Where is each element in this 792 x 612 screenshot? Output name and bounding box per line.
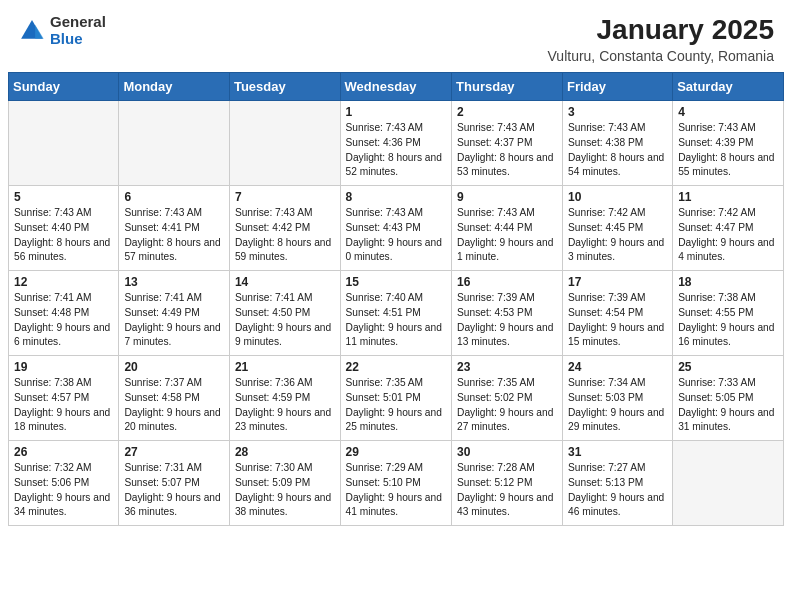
day-number: 8 (346, 190, 447, 204)
day-info: Sunrise: 7:41 AM Sunset: 4:50 PM Dayligh… (235, 291, 335, 350)
day-info: Sunrise: 7:43 AM Sunset: 4:36 PM Dayligh… (346, 121, 447, 180)
location-title: Vulturu, Constanta County, Romania (548, 48, 774, 64)
calendar-cell: 14Sunrise: 7:41 AM Sunset: 4:50 PM Dayli… (229, 271, 340, 356)
logo-general: General (50, 14, 106, 31)
calendar-cell (673, 441, 784, 526)
day-number: 19 (14, 360, 113, 374)
day-info: Sunrise: 7:43 AM Sunset: 4:37 PM Dayligh… (457, 121, 557, 180)
day-number: 4 (678, 105, 778, 119)
day-number: 21 (235, 360, 335, 374)
day-number: 20 (124, 360, 224, 374)
day-info: Sunrise: 7:36 AM Sunset: 4:59 PM Dayligh… (235, 376, 335, 435)
calendar-wrapper: SundayMondayTuesdayWednesdayThursdayFrid… (0, 72, 792, 534)
day-info: Sunrise: 7:31 AM Sunset: 5:07 PM Dayligh… (124, 461, 224, 520)
day-number: 27 (124, 445, 224, 459)
day-number: 31 (568, 445, 667, 459)
day-info: Sunrise: 7:32 AM Sunset: 5:06 PM Dayligh… (14, 461, 113, 520)
calendar-cell: 2Sunrise: 7:43 AM Sunset: 4:37 PM Daylig… (452, 101, 563, 186)
day-number: 1 (346, 105, 447, 119)
day-info: Sunrise: 7:30 AM Sunset: 5:09 PM Dayligh… (235, 461, 335, 520)
week-row-1: 1Sunrise: 7:43 AM Sunset: 4:36 PM Daylig… (9, 101, 784, 186)
weekday-header-row: SundayMondayTuesdayWednesdayThursdayFrid… (9, 73, 784, 101)
calendar-cell: 24Sunrise: 7:34 AM Sunset: 5:03 PM Dayli… (563, 356, 673, 441)
calendar-cell: 3Sunrise: 7:43 AM Sunset: 4:38 PM Daylig… (563, 101, 673, 186)
weekday-header-wednesday: Wednesday (340, 73, 452, 101)
calendar-cell: 10Sunrise: 7:42 AM Sunset: 4:45 PM Dayli… (563, 186, 673, 271)
header: General Blue January 2025 Vulturu, Const… (0, 0, 792, 72)
calendar-cell (9, 101, 119, 186)
logo-icon (18, 17, 46, 45)
day-number: 9 (457, 190, 557, 204)
day-number: 5 (14, 190, 113, 204)
calendar-cell: 17Sunrise: 7:39 AM Sunset: 4:54 PM Dayli… (563, 271, 673, 356)
calendar-cell: 8Sunrise: 7:43 AM Sunset: 4:43 PM Daylig… (340, 186, 452, 271)
weekday-header-saturday: Saturday (673, 73, 784, 101)
calendar-cell: 16Sunrise: 7:39 AM Sunset: 4:53 PM Dayli… (452, 271, 563, 356)
day-info: Sunrise: 7:42 AM Sunset: 4:45 PM Dayligh… (568, 206, 667, 265)
calendar-cell: 9Sunrise: 7:43 AM Sunset: 4:44 PM Daylig… (452, 186, 563, 271)
day-info: Sunrise: 7:39 AM Sunset: 4:53 PM Dayligh… (457, 291, 557, 350)
day-info: Sunrise: 7:40 AM Sunset: 4:51 PM Dayligh… (346, 291, 447, 350)
title-area: January 2025 Vulturu, Constanta County, … (548, 14, 774, 64)
week-row-4: 19Sunrise: 7:38 AM Sunset: 4:57 PM Dayli… (9, 356, 784, 441)
weekday-header-monday: Monday (119, 73, 230, 101)
calendar-cell: 25Sunrise: 7:33 AM Sunset: 5:05 PM Dayli… (673, 356, 784, 441)
calendar-cell: 23Sunrise: 7:35 AM Sunset: 5:02 PM Dayli… (452, 356, 563, 441)
calendar-cell: 26Sunrise: 7:32 AM Sunset: 5:06 PM Dayli… (9, 441, 119, 526)
day-info: Sunrise: 7:39 AM Sunset: 4:54 PM Dayligh… (568, 291, 667, 350)
day-info: Sunrise: 7:43 AM Sunset: 4:39 PM Dayligh… (678, 121, 778, 180)
day-number: 15 (346, 275, 447, 289)
day-info: Sunrise: 7:27 AM Sunset: 5:13 PM Dayligh… (568, 461, 667, 520)
calendar-cell: 5Sunrise: 7:43 AM Sunset: 4:40 PM Daylig… (9, 186, 119, 271)
day-number: 25 (678, 360, 778, 374)
weekday-header-friday: Friday (563, 73, 673, 101)
calendar-table: SundayMondayTuesdayWednesdayThursdayFrid… (8, 72, 784, 526)
day-info: Sunrise: 7:33 AM Sunset: 5:05 PM Dayligh… (678, 376, 778, 435)
day-info: Sunrise: 7:41 AM Sunset: 4:48 PM Dayligh… (14, 291, 113, 350)
day-number: 18 (678, 275, 778, 289)
calendar-cell: 4Sunrise: 7:43 AM Sunset: 4:39 PM Daylig… (673, 101, 784, 186)
day-info: Sunrise: 7:43 AM Sunset: 4:38 PM Dayligh… (568, 121, 667, 180)
day-number: 3 (568, 105, 667, 119)
calendar-cell: 1Sunrise: 7:43 AM Sunset: 4:36 PM Daylig… (340, 101, 452, 186)
day-info: Sunrise: 7:38 AM Sunset: 4:57 PM Dayligh… (14, 376, 113, 435)
day-number: 2 (457, 105, 557, 119)
day-number: 11 (678, 190, 778, 204)
calendar-cell: 6Sunrise: 7:43 AM Sunset: 4:41 PM Daylig… (119, 186, 230, 271)
day-number: 10 (568, 190, 667, 204)
day-number: 30 (457, 445, 557, 459)
day-info: Sunrise: 7:43 AM Sunset: 4:41 PM Dayligh… (124, 206, 224, 265)
weekday-header-thursday: Thursday (452, 73, 563, 101)
weekday-header-tuesday: Tuesday (229, 73, 340, 101)
weekday-header-sunday: Sunday (9, 73, 119, 101)
calendar-cell: 12Sunrise: 7:41 AM Sunset: 4:48 PM Dayli… (9, 271, 119, 356)
day-number: 28 (235, 445, 335, 459)
day-number: 17 (568, 275, 667, 289)
calendar-cell: 11Sunrise: 7:42 AM Sunset: 4:47 PM Dayli… (673, 186, 784, 271)
calendar-cell: 20Sunrise: 7:37 AM Sunset: 4:58 PM Dayli… (119, 356, 230, 441)
day-number: 7 (235, 190, 335, 204)
day-number: 23 (457, 360, 557, 374)
day-number: 14 (235, 275, 335, 289)
day-number: 13 (124, 275, 224, 289)
day-info: Sunrise: 7:43 AM Sunset: 4:40 PM Dayligh… (14, 206, 113, 265)
calendar-cell: 19Sunrise: 7:38 AM Sunset: 4:57 PM Dayli… (9, 356, 119, 441)
day-number: 26 (14, 445, 113, 459)
calendar-cell: 18Sunrise: 7:38 AM Sunset: 4:55 PM Dayli… (673, 271, 784, 356)
day-info: Sunrise: 7:35 AM Sunset: 5:02 PM Dayligh… (457, 376, 557, 435)
day-number: 29 (346, 445, 447, 459)
day-number: 6 (124, 190, 224, 204)
day-info: Sunrise: 7:43 AM Sunset: 4:43 PM Dayligh… (346, 206, 447, 265)
calendar-cell: 31Sunrise: 7:27 AM Sunset: 5:13 PM Dayli… (563, 441, 673, 526)
calendar-cell: 30Sunrise: 7:28 AM Sunset: 5:12 PM Dayli… (452, 441, 563, 526)
day-info: Sunrise: 7:29 AM Sunset: 5:10 PM Dayligh… (346, 461, 447, 520)
day-number: 12 (14, 275, 113, 289)
day-number: 16 (457, 275, 557, 289)
calendar-cell (229, 101, 340, 186)
day-info: Sunrise: 7:34 AM Sunset: 5:03 PM Dayligh… (568, 376, 667, 435)
week-row-5: 26Sunrise: 7:32 AM Sunset: 5:06 PM Dayli… (9, 441, 784, 526)
week-row-3: 12Sunrise: 7:41 AM Sunset: 4:48 PM Dayli… (9, 271, 784, 356)
day-info: Sunrise: 7:35 AM Sunset: 5:01 PM Dayligh… (346, 376, 447, 435)
day-info: Sunrise: 7:38 AM Sunset: 4:55 PM Dayligh… (678, 291, 778, 350)
month-title: January 2025 (548, 14, 774, 46)
